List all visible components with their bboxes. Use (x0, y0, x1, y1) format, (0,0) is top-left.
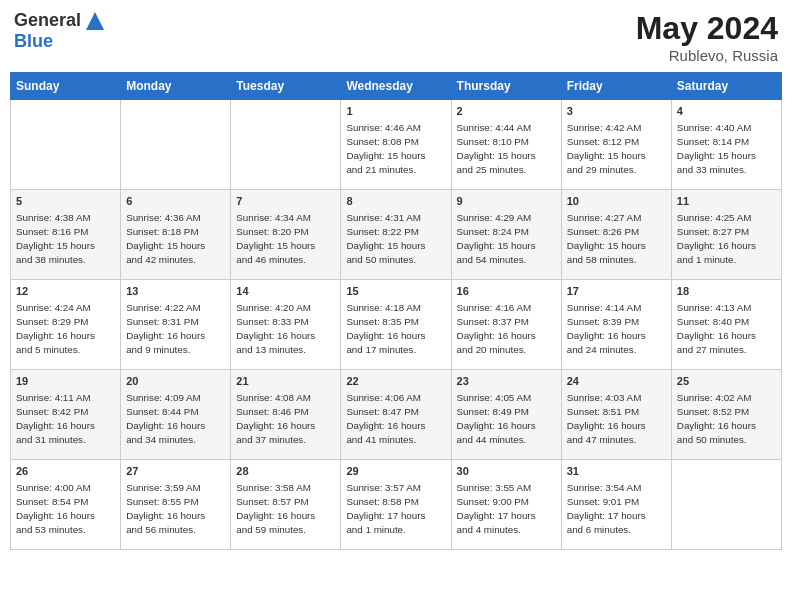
logo: General Blue (14, 10, 106, 52)
calendar-cell-w2-d3: 7Sunrise: 4:34 AMSunset: 8:20 PMDaylight… (231, 190, 341, 280)
day-number: 1 (346, 104, 445, 119)
calendar-cell-w2-d5: 9Sunrise: 4:29 AMSunset: 8:24 PMDaylight… (451, 190, 561, 280)
calendar-cell-w1-d1 (11, 100, 121, 190)
day-number: 31 (567, 464, 666, 479)
day-info: Sunrise: 3:54 AMSunset: 9:01 PMDaylight:… (567, 481, 666, 536)
calendar-cell-w2-d2: 6Sunrise: 4:36 AMSunset: 8:18 PMDaylight… (121, 190, 231, 280)
calendar-cell-w1-d5: 2Sunrise: 4:44 AMSunset: 8:10 PMDaylight… (451, 100, 561, 190)
calendar-cell-w3-d6: 17Sunrise: 4:14 AMSunset: 8:39 PMDayligh… (561, 280, 671, 370)
day-number: 21 (236, 374, 335, 389)
header-wednesday: Wednesday (341, 73, 451, 100)
calendar-cell-w4-d2: 20Sunrise: 4:09 AMSunset: 8:44 PMDayligh… (121, 370, 231, 460)
day-number: 14 (236, 284, 335, 299)
calendar-cell-w4-d1: 19Sunrise: 4:11 AMSunset: 8:42 PMDayligh… (11, 370, 121, 460)
day-info: Sunrise: 4:42 AMSunset: 8:12 PMDaylight:… (567, 121, 666, 176)
day-info: Sunrise: 4:02 AMSunset: 8:52 PMDaylight:… (677, 391, 776, 446)
day-number: 7 (236, 194, 335, 209)
calendar-cell-w1-d4: 1Sunrise: 4:46 AMSunset: 8:08 PMDaylight… (341, 100, 451, 190)
calendar-cell-w2-d1: 5Sunrise: 4:38 AMSunset: 8:16 PMDaylight… (11, 190, 121, 280)
calendar-cell-w1-d7: 4Sunrise: 4:40 AMSunset: 8:14 PMDaylight… (671, 100, 781, 190)
day-info: Sunrise: 4:40 AMSunset: 8:14 PMDaylight:… (677, 121, 776, 176)
calendar-cell-w4-d6: 24Sunrise: 4:03 AMSunset: 8:51 PMDayligh… (561, 370, 671, 460)
day-number: 13 (126, 284, 225, 299)
header-saturday: Saturday (671, 73, 781, 100)
calendar-cell-w1-d3 (231, 100, 341, 190)
day-number: 23 (457, 374, 556, 389)
logo-text-general: General (14, 11, 81, 31)
title-block: May 2024 Rublevo, Russia (636, 10, 778, 64)
day-number: 30 (457, 464, 556, 479)
calendar-cell-w4-d7: 25Sunrise: 4:02 AMSunset: 8:52 PMDayligh… (671, 370, 781, 460)
day-number: 10 (567, 194, 666, 209)
day-number: 4 (677, 104, 776, 119)
month-year-title: May 2024 (636, 10, 778, 47)
day-info: Sunrise: 4:24 AMSunset: 8:29 PMDaylight:… (16, 301, 115, 356)
day-number: 15 (346, 284, 445, 299)
day-info: Sunrise: 3:59 AMSunset: 8:55 PMDaylight:… (126, 481, 225, 536)
day-number: 27 (126, 464, 225, 479)
calendar-cell-w1-d6: 3Sunrise: 4:42 AMSunset: 8:12 PMDaylight… (561, 100, 671, 190)
day-info: Sunrise: 4:34 AMSunset: 8:20 PMDaylight:… (236, 211, 335, 266)
day-number: 22 (346, 374, 445, 389)
day-number: 19 (16, 374, 115, 389)
calendar-cell-w1-d2 (121, 100, 231, 190)
calendar-table: Sunday Monday Tuesday Wednesday Thursday… (10, 72, 782, 550)
logo-text-blue: Blue (14, 32, 106, 52)
day-info: Sunrise: 4:06 AMSunset: 8:47 PMDaylight:… (346, 391, 445, 446)
week-row-3: 12Sunrise: 4:24 AMSunset: 8:29 PMDayligh… (11, 280, 782, 370)
day-info: Sunrise: 4:36 AMSunset: 8:18 PMDaylight:… (126, 211, 225, 266)
calendar-cell-w3-d3: 14Sunrise: 4:20 AMSunset: 8:33 PMDayligh… (231, 280, 341, 370)
day-number: 24 (567, 374, 666, 389)
week-row-2: 5Sunrise: 4:38 AMSunset: 8:16 PMDaylight… (11, 190, 782, 280)
header-monday: Monday (121, 73, 231, 100)
day-number: 18 (677, 284, 776, 299)
calendar-cell-w5-d4: 29Sunrise: 3:57 AMSunset: 8:58 PMDayligh… (341, 460, 451, 550)
calendar-cell-w5-d2: 27Sunrise: 3:59 AMSunset: 8:55 PMDayligh… (121, 460, 231, 550)
day-info: Sunrise: 3:57 AMSunset: 8:58 PMDaylight:… (346, 481, 445, 536)
day-info: Sunrise: 4:46 AMSunset: 8:08 PMDaylight:… (346, 121, 445, 176)
day-number: 2 (457, 104, 556, 119)
calendar-cell-w2-d4: 8Sunrise: 4:31 AMSunset: 8:22 PMDaylight… (341, 190, 451, 280)
day-number: 17 (567, 284, 666, 299)
day-number: 28 (236, 464, 335, 479)
day-info: Sunrise: 4:22 AMSunset: 8:31 PMDaylight:… (126, 301, 225, 356)
day-info: Sunrise: 4:05 AMSunset: 8:49 PMDaylight:… (457, 391, 556, 446)
day-info: Sunrise: 4:13 AMSunset: 8:40 PMDaylight:… (677, 301, 776, 356)
location-subtitle: Rublevo, Russia (636, 47, 778, 64)
day-info: Sunrise: 4:31 AMSunset: 8:22 PMDaylight:… (346, 211, 445, 266)
calendar-cell-w3-d1: 12Sunrise: 4:24 AMSunset: 8:29 PMDayligh… (11, 280, 121, 370)
calendar-cell-w5-d5: 30Sunrise: 3:55 AMSunset: 9:00 PMDayligh… (451, 460, 561, 550)
day-info: Sunrise: 4:27 AMSunset: 8:26 PMDaylight:… (567, 211, 666, 266)
day-info: Sunrise: 4:38 AMSunset: 8:16 PMDaylight:… (16, 211, 115, 266)
day-info: Sunrise: 4:09 AMSunset: 8:44 PMDaylight:… (126, 391, 225, 446)
day-number: 3 (567, 104, 666, 119)
page-header: General Blue May 2024 Rublevo, Russia (10, 10, 782, 64)
day-info: Sunrise: 3:55 AMSunset: 9:00 PMDaylight:… (457, 481, 556, 536)
day-info: Sunrise: 4:20 AMSunset: 8:33 PMDaylight:… (236, 301, 335, 356)
day-info: Sunrise: 4:03 AMSunset: 8:51 PMDaylight:… (567, 391, 666, 446)
calendar-cell-w3-d2: 13Sunrise: 4:22 AMSunset: 8:31 PMDayligh… (121, 280, 231, 370)
header-thursday: Thursday (451, 73, 561, 100)
calendar-cell-w4-d4: 22Sunrise: 4:06 AMSunset: 8:47 PMDayligh… (341, 370, 451, 460)
header-tuesday: Tuesday (231, 73, 341, 100)
day-info: Sunrise: 4:08 AMSunset: 8:46 PMDaylight:… (236, 391, 335, 446)
day-number: 26 (16, 464, 115, 479)
svg-marker-0 (86, 12, 104, 30)
day-number: 5 (16, 194, 115, 209)
day-number: 9 (457, 194, 556, 209)
calendar-cell-w2-d7: 11Sunrise: 4:25 AMSunset: 8:27 PMDayligh… (671, 190, 781, 280)
week-row-1: 1Sunrise: 4:46 AMSunset: 8:08 PMDaylight… (11, 100, 782, 190)
day-number: 20 (126, 374, 225, 389)
day-info: Sunrise: 4:44 AMSunset: 8:10 PMDaylight:… (457, 121, 556, 176)
day-info: Sunrise: 4:14 AMSunset: 8:39 PMDaylight:… (567, 301, 666, 356)
day-number: 6 (126, 194, 225, 209)
logo-icon (84, 10, 106, 32)
day-info: Sunrise: 4:11 AMSunset: 8:42 PMDaylight:… (16, 391, 115, 446)
day-number: 8 (346, 194, 445, 209)
day-number: 16 (457, 284, 556, 299)
calendar-header-row: Sunday Monday Tuesday Wednesday Thursday… (11, 73, 782, 100)
calendar-cell-w3-d7: 18Sunrise: 4:13 AMSunset: 8:40 PMDayligh… (671, 280, 781, 370)
week-row-4: 19Sunrise: 4:11 AMSunset: 8:42 PMDayligh… (11, 370, 782, 460)
day-info: Sunrise: 4:00 AMSunset: 8:54 PMDaylight:… (16, 481, 115, 536)
header-friday: Friday (561, 73, 671, 100)
